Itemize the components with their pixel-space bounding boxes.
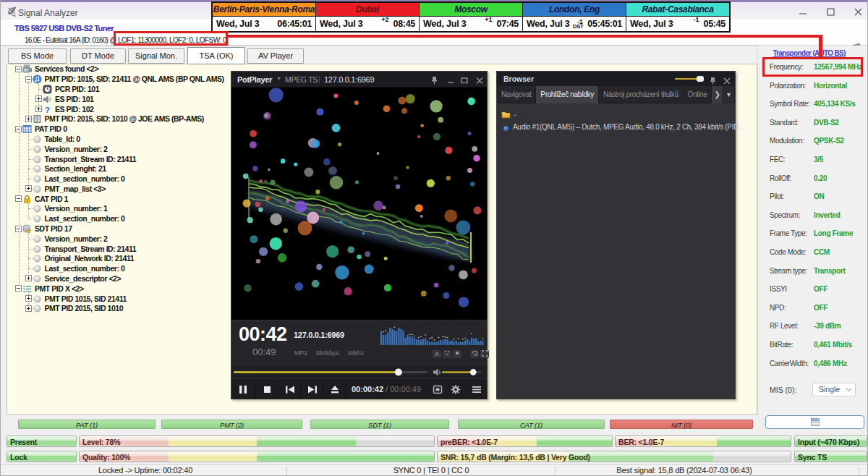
tree-item-label[interactable]: PCR PID: 101 bbox=[55, 85, 99, 93]
tree-row[interactable]: Table_Id: 0 bbox=[7, 134, 231, 144]
video-area[interactable] bbox=[231, 88, 487, 320]
potplayer-maximize-icon[interactable] bbox=[461, 75, 468, 88]
tree-row[interactable]: Original_Network ID: 21411 bbox=[7, 253, 231, 263]
tree-collapse-icon[interactable] bbox=[25, 76, 32, 82]
tree-item-label[interactable]: SDT PID 17 bbox=[35, 224, 72, 233]
browser-tab-prohlížeč-nabídky[interactable]: Prohlížeč nabídky bbox=[536, 86, 599, 103]
tab-av-player[interactable]: AV Player bbox=[247, 48, 304, 64]
tree-row[interactable]: Last_section_number: 0 bbox=[7, 263, 231, 273]
menu-button[interactable] bbox=[470, 379, 483, 400]
tree-item-label[interactable]: Last_section_number: 0 bbox=[45, 174, 125, 183]
browser-tab-navigovat[interactable]: Navigovat bbox=[497, 86, 536, 103]
tab-bs-mode[interactable]: BS Mode bbox=[8, 48, 67, 64]
tree-item-label[interactable]: PMT PID 2015, SID 1010 bbox=[45, 304, 124, 313]
tree-row[interactable]: ?ES PID: 102 bbox=[7, 104, 231, 114]
maximize-button[interactable] bbox=[820, 5, 841, 20]
volume-speaker-icon[interactable] bbox=[433, 369, 440, 376]
previous-button[interactable] bbox=[283, 379, 297, 400]
tree-item-label[interactable]: Version_number: 1 bbox=[45, 204, 108, 213]
tree-item-label[interactable]: Services found <2> bbox=[35, 64, 98, 73]
tree-item-label[interactable]: PAT PID 0 bbox=[35, 124, 67, 133]
tree-row[interactable]: PMT PID 2015, SID 1010 bbox=[7, 303, 231, 313]
tab-tsa-ok-[interactable]: TSA (OK) bbox=[187, 47, 245, 64]
mis-select[interactable]: Single bbox=[812, 383, 856, 396]
tab-signal-mon-[interactable]: Signal Mon. bbox=[128, 48, 184, 64]
eject-button[interactable] bbox=[328, 379, 342, 400]
tree-row[interactable]: Services found <2> bbox=[7, 64, 231, 74]
tree-row[interactable]: PCR PID: 101 bbox=[7, 84, 231, 94]
stop-button[interactable] bbox=[261, 379, 274, 400]
tree-expand-icon[interactable] bbox=[25, 185, 32, 192]
minimize-button[interactable] bbox=[792, 5, 814, 20]
tree-row[interactable]: PMT PID: 2015, SID: 1010 @ JOE AMS (BP-A… bbox=[7, 114, 231, 124]
pause-button[interactable] bbox=[237, 379, 250, 400]
tree-item-label[interactable]: Section_lenght: 21 bbox=[45, 164, 106, 173]
potplayer-pin-icon[interactable] bbox=[431, 75, 438, 88]
tree-expand-icon[interactable] bbox=[35, 95, 42, 102]
tree-item-label[interactable]: PMT PID: 1015, SID: 21411 @ QNL AMS (BP … bbox=[45, 75, 224, 83]
tab-dt-mode[interactable]: DT Mode bbox=[70, 48, 126, 64]
tree-item-label[interactable]: PMT PID X <2> bbox=[35, 284, 84, 293]
tree-row[interactable]: Version_number: 2 bbox=[7, 144, 231, 154]
playlist-button[interactable] bbox=[431, 379, 444, 400]
settings-gear-button[interactable] bbox=[449, 379, 462, 400]
tree-row[interactable]: Service_descriptor <2> bbox=[7, 273, 231, 284]
tree-collapse-icon[interactable] bbox=[15, 66, 22, 72]
tree-expand-icon[interactable] bbox=[25, 305, 32, 312]
browser-item-label[interactable]: .. bbox=[513, 109, 516, 117]
tree-row[interactable]: ES PID: 101 bbox=[7, 94, 231, 104]
stop-after-icon[interactable] bbox=[453, 350, 461, 358]
tree-item-label[interactable]: Table_Id: 0 bbox=[45, 135, 80, 143]
tree-item-label[interactable]: CAT PID 1 bbox=[35, 195, 68, 203]
tree-row[interactable]: PMT PID X <2> bbox=[7, 284, 231, 294]
tree-row[interactable]: SDT PID 17 bbox=[7, 224, 231, 234]
tree-item-label[interactable]: Transport_Stream ID: 21411 bbox=[45, 245, 137, 253]
tree-row[interactable]: Last_section_number: 0 bbox=[7, 213, 231, 224]
potplayer-menu-chevron-icon[interactable]: ▼ bbox=[276, 76, 281, 81]
tree-row[interactable]: PMT PID 1015, SID 21411 bbox=[7, 294, 231, 304]
next-button[interactable] bbox=[305, 379, 320, 400]
potplayer-close-icon[interactable] bbox=[476, 75, 483, 88]
browser-tab-online[interactable]: Online bbox=[684, 86, 712, 103]
fullscreen-icon[interactable] bbox=[480, 350, 489, 358]
browser-tabs-scroll-icon[interactable]: ❯ bbox=[712, 86, 723, 103]
tree-row[interactable]: CAT PID 1 bbox=[7, 194, 231, 204]
tree-collapse-icon[interactable] bbox=[15, 126, 22, 132]
tree-row[interactable]: Section_lenght: 21 bbox=[7, 163, 231, 174]
tree-item-label[interactable]: Transport_Stream ID: 21411 bbox=[45, 155, 137, 163]
repeat-icon[interactable] bbox=[470, 350, 479, 358]
tree-collapse-icon[interactable] bbox=[15, 285, 22, 292]
tree-expand-icon[interactable] bbox=[25, 275, 32, 281]
browser-tab-nástroj-procházení-titulků[interactable]: Nástroj procházení titulků bbox=[599, 86, 684, 103]
tree-row[interactable]: Version_number: 1 bbox=[7, 203, 231, 213]
browser-item-label[interactable]: Audio #1(QNL AMS) – Dutch, MPEG Audio, 4… bbox=[513, 123, 746, 131]
tree-item-label[interactable]: Last_section_number: 0 bbox=[45, 214, 125, 223]
browser-item[interactable]: Audio #1(QNL AMS) – Dutch, MPEG Audio, 4… bbox=[497, 122, 735, 134]
tree-row[interactable]: PMT PID: 1015, SID: 21411 @ QNL AMS (BP … bbox=[7, 74, 231, 84]
potplayer-minimize-icon[interactable] bbox=[447, 75, 454, 88]
tree-item-label[interactable]: Version_number: 2 bbox=[45, 234, 108, 243]
tree-item-label[interactable]: PMT PID: 2015, SID: 1010 @ JOE AMS (BP-A… bbox=[45, 114, 204, 123]
browser-slider[interactable] bbox=[675, 78, 702, 80]
tree-collapse-icon[interactable] bbox=[15, 226, 22, 232]
tree-item-label[interactable]: ES PID: 102 bbox=[55, 105, 93, 114]
tree-row[interactable]: PMT_map_list <3> bbox=[7, 184, 231, 194]
tree-expand-icon[interactable] bbox=[25, 295, 32, 302]
potplayer-titlebar[interactable]: PotPlayer ▼ MPEG TS | 127.0.0.1:6969 bbox=[231, 72, 487, 88]
tree-row[interactable]: Last_section_number: 0 bbox=[7, 174, 231, 184]
volume-knob[interactable] bbox=[470, 369, 477, 375]
seek-knob[interactable] bbox=[395, 369, 402, 376]
tree-item-label[interactable]: PMT_map_list <3> bbox=[45, 184, 106, 193]
tree-row[interactable]: Transport_Stream ID: 21411 bbox=[7, 244, 231, 254]
tree-row[interactable]: Transport_Stream ID: 21411 bbox=[7, 154, 231, 164]
tree-item-label[interactable]: PMT PID 1015, SID 21411 bbox=[45, 294, 127, 303]
tree-expand-icon[interactable] bbox=[25, 116, 32, 122]
tree-item-label[interactable]: Last_section_number: 0 bbox=[45, 264, 125, 273]
buffer-box[interactable] bbox=[765, 415, 864, 429]
tree-row[interactable]: PAT PID 0 bbox=[7, 124, 231, 134]
ab-repeat-a-icon[interactable]: A bbox=[433, 350, 441, 358]
browser-tabs-dropdown-icon[interactable]: ▾ bbox=[723, 86, 735, 103]
tree-expand-icon[interactable] bbox=[35, 106, 42, 112]
tree-row[interactable]: Version_number: 2 bbox=[7, 234, 231, 244]
browser-item[interactable]: .. bbox=[497, 108, 735, 120]
